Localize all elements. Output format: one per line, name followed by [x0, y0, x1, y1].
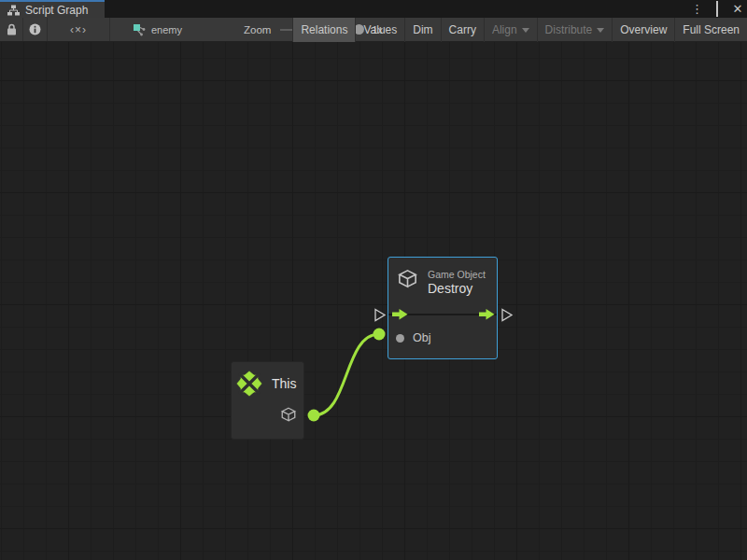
lock-icon: [7, 23, 17, 35]
lock-button[interactable]: [0, 18, 22, 41]
flow-in-arrow-icon[interactable]: [392, 309, 408, 320]
info-button[interactable]: [23, 18, 47, 41]
flow-input-port-icon[interactable]: [375, 310, 385, 321]
flow-out-arrow-icon[interactable]: [479, 309, 495, 320]
zoom-label: Zoom: [244, 24, 271, 35]
graph-toolbar: ‹×› enemy Zoom 1x Relations Values Dim C…: [0, 18, 747, 42]
graph-node-icon: [133, 23, 146, 36]
node-this[interactable]: This: [231, 361, 304, 440]
carry-button[interactable]: Carry: [442, 18, 485, 42]
angle-x-icon: ‹×›: [70, 23, 87, 36]
full-screen-button[interactable]: Full Screen: [675, 18, 747, 42]
chevron-down-icon: [597, 28, 604, 33]
align-dropdown[interactable]: Align: [485, 18, 538, 42]
dim-button[interactable]: Dim: [405, 18, 441, 42]
gameobject-output-port[interactable]: [280, 406, 297, 427]
obj-port-icon[interactable]: [396, 334, 404, 343]
breadcrumb[interactable]: enemy: [110, 18, 210, 41]
node-this-title: This: [272, 376, 296, 391]
connection-wire[interactable]: [314, 334, 379, 415]
flow-relation-row: [388, 302, 497, 327]
overview-button[interactable]: Overview: [613, 18, 675, 42]
connection-end-dot[interactable]: [374, 329, 386, 341]
node-title: Destroy: [428, 281, 486, 296]
graph-name: enemy: [151, 24, 182, 35]
chevron-down-icon: [522, 28, 529, 33]
info-icon: [29, 23, 41, 35]
graph-hierarchy-icon: [7, 5, 20, 16]
toolbar-buttons: Relations Values Dim Carry Align Distrib…: [292, 18, 747, 42]
connection-layer: [0, 42, 747, 560]
script-graph-window: Script Graph ⋮ ✕ ‹×›: [0, 0, 747, 560]
node-this-header: This: [232, 362, 303, 397]
tab-bar: Script Graph ⋮ ✕: [0, 0, 747, 18]
game-object-cube-icon: [397, 268, 418, 289]
maximize-icon[interactable]: [712, 0, 723, 18]
window-menu-icon[interactable]: ⋮: [691, 0, 702, 18]
tab-title: Script Graph: [25, 4, 88, 17]
graph-canvas[interactable]: This Game Object Destroy: [0, 42, 747, 560]
node-category: Game Object: [428, 269, 486, 281]
obj-port-label: Obj: [413, 331, 430, 344]
flow-output-port-icon[interactable]: [502, 310, 512, 321]
close-icon[interactable]: ✕: [732, 0, 743, 18]
obj-input-row[interactable]: Obj: [388, 327, 497, 344]
node-destroy[interactable]: Game Object Destroy Obj: [388, 257, 498, 359]
connection-values-toggle[interactable]: ‹×›: [48, 18, 109, 41]
distribute-dropdown[interactable]: Distribute: [538, 18, 613, 42]
connection-start-dot[interactable]: [308, 410, 320, 422]
window-controls: ⋮ ✕: [691, 0, 743, 18]
values-button[interactable]: Values: [356, 18, 405, 42]
cube-icon: [280, 406, 297, 423]
tab-script-graph[interactable]: Script Graph: [0, 0, 105, 18]
this-icon: [236, 371, 262, 397]
relations-button[interactable]: Relations: [293, 18, 356, 42]
node-destroy-header: Game Object Destroy: [388, 258, 497, 296]
node-destroy-titles: Game Object Destroy: [428, 268, 486, 296]
